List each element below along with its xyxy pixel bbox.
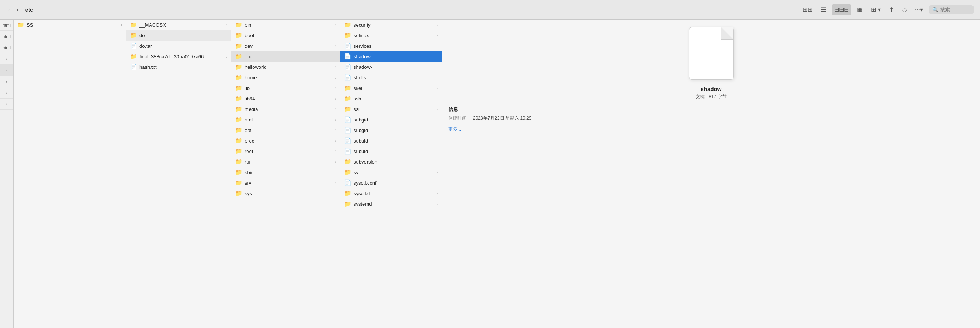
item-name: do	[139, 33, 225, 38]
nav-buttons: ‹ ›	[6, 5, 21, 15]
list-item[interactable]: 📁 media ›	[231, 104, 340, 114]
view-icon-grid-button[interactable]: ⊞⊞	[800, 4, 815, 15]
list-item[interactable]: 📁 proc ›	[231, 135, 340, 146]
item-name: subgid	[353, 117, 438, 123]
list-item[interactable]: 📁 subversion ›	[340, 157, 442, 167]
strip-chevron3[interactable]: ›	[0, 76, 13, 87]
item-name: subuid	[353, 138, 438, 144]
list-item[interactable]: 📁 selinux ›	[340, 30, 442, 41]
strip-item-html1[interactable]: html	[0, 19, 13, 31]
search-bar: 🔍	[929, 5, 974, 14]
item-name: ssh	[353, 96, 435, 102]
list-item[interactable]: 📄 subgid-	[340, 125, 442, 135]
preview-icon: ▦	[857, 6, 863, 13]
share-icon: ⬆	[889, 6, 894, 13]
chevron-right-icon: ›	[335, 170, 336, 174]
more-button[interactable]: ···▾	[912, 4, 926, 15]
toolbar: ‹ › etc ⊞⊞ ☰ ⊟⊟⊟ ▦ ⊞ ▾ ⬆ ◇ ···▾ 🔍	[0, 0, 980, 19]
list-item[interactable]: 📄 sysctl.conf	[340, 178, 442, 188]
item-name: sysctl.d	[353, 191, 435, 196]
item-name: systemd	[353, 201, 435, 207]
back-button[interactable]: ‹	[6, 5, 13, 15]
list-item[interactable]: 📁 sv ›	[340, 167, 442, 178]
strip-label: html	[3, 23, 11, 27]
file-icon: 📄	[344, 43, 352, 49]
strip-item-html3[interactable]: html	[0, 42, 13, 53]
list-item[interactable]: 📁 home ›	[231, 72, 340, 83]
list-item[interactable]: 📁 sys ›	[231, 188, 340, 198]
strip-item-html2[interactable]: html	[0, 31, 13, 42]
item-name: SS	[27, 22, 119, 28]
list-item[interactable]: 📁 etc	[231, 51, 340, 62]
list-item[interactable]: 📁 security ›	[340, 19, 442, 30]
chevron-right-icon: ›	[121, 23, 122, 27]
share-button[interactable]: ⬆	[886, 4, 897, 15]
list-item[interactable]: 📁 helloworld ›	[231, 62, 340, 72]
view-apps-button[interactable]: ⊞ ▾	[869, 4, 883, 15]
list-item[interactable]: 📁 skel ›	[340, 83, 442, 93]
folder-icon: 📁	[235, 158, 242, 165]
list-item[interactable]: 📁 bin ›	[231, 19, 340, 30]
list-item[interactable]: 📄 subuid	[340, 135, 442, 146]
chevron-down-icon: ›	[6, 91, 8, 95]
search-input[interactable]	[940, 7, 970, 13]
grid-icon: ⊞⊞	[803, 6, 812, 13]
list-item[interactable]: 📁 dev ›	[231, 41, 340, 51]
list-item[interactable]: 📁 lib64 ›	[231, 93, 340, 104]
list-item[interactable]: 📁 SS ›	[14, 19, 126, 30]
list-item[interactable]: 📁 root ›	[231, 146, 340, 157]
list-item[interactable]: 📄 shells	[340, 72, 442, 83]
strip-chevron5[interactable]: ›	[0, 99, 13, 110]
list-item[interactable]: 📁 __MACOSX ›	[126, 19, 231, 30]
chevron-right-icon: ›	[437, 107, 438, 111]
list-item[interactable]: 📁 do ›	[126, 30, 231, 41]
item-name: subgid-	[353, 128, 438, 133]
list-item[interactable]: 📄 subuid-	[340, 146, 442, 157]
list-item-shadow[interactable]: 📄 shadow	[340, 51, 442, 62]
view-preview-button[interactable]: ▦	[854, 4, 865, 15]
folder-icon: 📁	[344, 21, 352, 28]
chevron-right-icon: ›	[335, 160, 336, 164]
item-name: final_388ca7d...30ba0197a66	[139, 54, 225, 59]
tag-button[interactable]: ◇	[900, 4, 909, 15]
item-name: bin	[245, 22, 334, 28]
preview-panel: shadow 文稿 - 817 字节 信息 创建时间 2023年7月22日 星期…	[442, 19, 980, 328]
list-item[interactable]: 📁 run ›	[231, 157, 340, 167]
list-item[interactable]: 📁 boot ›	[231, 30, 340, 41]
chevron-right-icon: ›	[437, 160, 438, 164]
list-item[interactable]: 📁 sysctl.d ›	[340, 188, 442, 198]
item-name: do.tar	[139, 43, 228, 49]
preview-more-link[interactable]: 更多...	[448, 126, 461, 133]
folder-icon: 📁	[235, 74, 242, 81]
forward-button[interactable]: ›	[14, 5, 20, 15]
list-item[interactable]: 📁 ssl ›	[340, 104, 442, 114]
chevron-right-icon: ›	[335, 34, 336, 38]
list-item[interactable]: 📁 sbin ›	[231, 167, 340, 178]
list-item[interactable]: 📁 ssh ›	[340, 93, 442, 104]
item-name: selinux	[353, 33, 435, 38]
list-item[interactable]: 📄 hash.txt	[126, 62, 231, 72]
folder-icon: 📁	[235, 43, 242, 49]
strip-chevron2[interactable]: ›	[0, 65, 13, 76]
list-item[interactable]: 📄 services	[340, 41, 442, 51]
strip-chevron4[interactable]: ›	[0, 87, 13, 99]
toolbar-icons: ⊞⊞ ☰ ⊟⊟⊟ ▦ ⊞ ▾ ⬆ ◇ ···▾ 🔍	[800, 4, 974, 15]
list-icon: ☰	[821, 6, 826, 13]
preview-created-row: 创建时间 2023年7月22日 星期六 19:29	[448, 115, 531, 122]
view-columns-button[interactable]: ⊟⊟⊟	[832, 4, 851, 15]
item-name: home	[245, 75, 334, 80]
list-item[interactable]: 📁 srv ›	[231, 178, 340, 188]
view-list-button[interactable]: ☰	[818, 4, 829, 15]
chevron-right-icon: ›	[335, 128, 336, 133]
list-item[interactable]: 📁 systemd ›	[340, 198, 442, 209]
strip-chevron1[interactable]: ›	[0, 53, 13, 65]
list-item[interactable]: 📁 opt ›	[231, 125, 340, 135]
item-name: root	[245, 149, 334, 154]
list-item[interactable]: 📁 final_388ca7d...30ba0197a66 ›	[126, 51, 231, 62]
item-name: sys	[245, 191, 334, 196]
list-item[interactable]: 📁 lib ›	[231, 83, 340, 93]
list-item[interactable]: 📄 do.tar	[126, 41, 231, 51]
list-item[interactable]: 📄 subgid	[340, 114, 442, 125]
list-item[interactable]: 📁 mnt ›	[231, 114, 340, 125]
list-item[interactable]: 📄 shadow-	[340, 62, 442, 72]
